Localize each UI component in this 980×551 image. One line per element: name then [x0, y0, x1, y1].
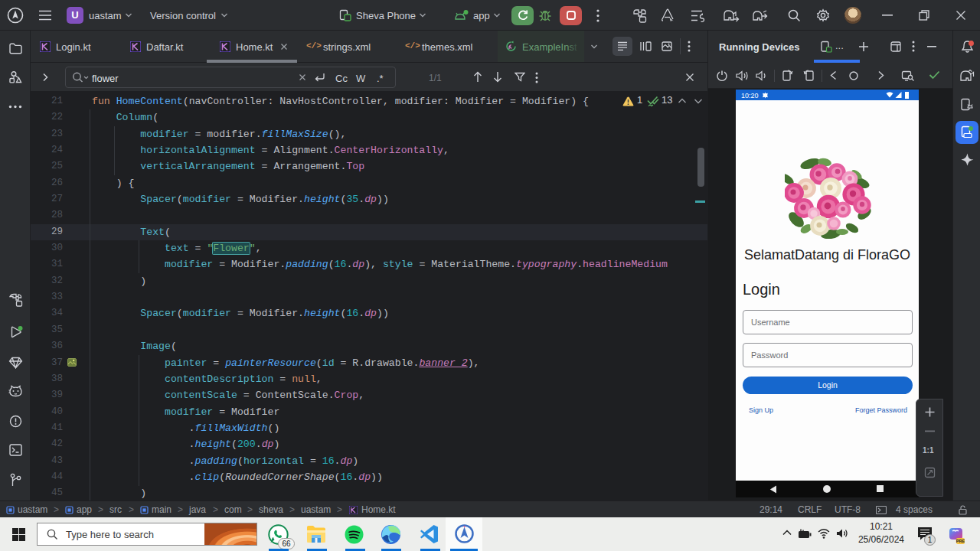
svg-text:PRE: PRE [956, 539, 965, 543]
